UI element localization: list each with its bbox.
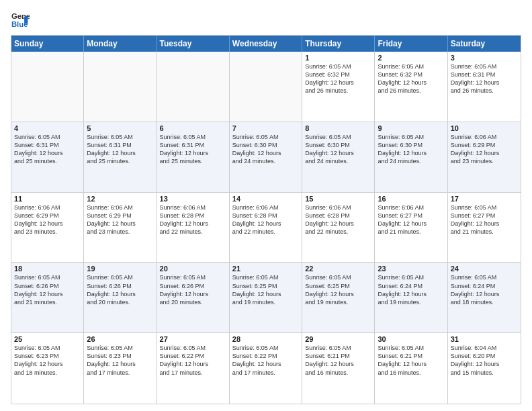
cell-line-0: Sunrise: 6:05 AM — [160, 133, 226, 141]
cell-line-3: and 26 minutes. — [451, 87, 518, 95]
cell-line-0: Sunrise: 6:06 AM — [451, 133, 518, 141]
cell-line-1: Sunset: 6:30 PM — [378, 141, 444, 149]
calendar-week-0: 1Sunrise: 6:05 AMSunset: 6:32 PMDaylight… — [11, 52, 521, 122]
day-cell-30: 30Sunrise: 6:05 AMSunset: 6:21 PMDayligh… — [375, 333, 447, 404]
day-number: 9 — [378, 124, 444, 132]
cell-line-0: Sunrise: 6:05 AM — [87, 133, 153, 141]
day-number: 11 — [14, 195, 81, 203]
weekday-header-thursday: Thursday — [302, 36, 375, 52]
cell-line-3: and 25 minutes. — [87, 157, 153, 165]
cell-line-2: Daylight: 12 hours — [160, 220, 226, 228]
day-cell-18: 18Sunrise: 6:05 AMSunset: 6:26 PMDayligh… — [11, 263, 84, 332]
cell-line-3: and 22 minutes. — [305, 228, 371, 236]
cell-line-2: Daylight: 12 hours — [451, 79, 518, 87]
cell-line-0: Sunrise: 6:05 AM — [87, 344, 153, 352]
cell-line-3: and 23 minutes. — [14, 228, 81, 236]
empty-cell — [230, 52, 302, 122]
cell-line-3: and 18 minutes. — [451, 298, 518, 306]
cell-line-2: Daylight: 12 hours — [14, 220, 81, 228]
cell-line-2: Daylight: 12 hours — [14, 149, 81, 157]
day-cell-6: 6Sunrise: 6:05 AMSunset: 6:31 PMDaylight… — [157, 122, 230, 192]
cell-line-3: and 24 minutes. — [378, 157, 444, 165]
day-number: 26 — [87, 335, 153, 343]
day-cell-2: 2Sunrise: 6:05 AMSunset: 6:32 PMDaylight… — [375, 52, 447, 122]
cell-line-2: Daylight: 12 hours — [378, 220, 444, 228]
cell-line-1: Sunset: 6:30 PM — [232, 141, 299, 149]
cell-line-2: Daylight: 12 hours — [305, 149, 371, 157]
day-number: 29 — [305, 335, 371, 343]
cell-line-3: and 23 minutes. — [451, 157, 518, 165]
cell-line-3: and 15 minutes. — [451, 369, 518, 377]
cell-line-3: and 17 minutes. — [87, 369, 153, 377]
cell-line-1: Sunset: 6:24 PM — [451, 282, 518, 290]
cell-line-1: Sunset: 6:25 PM — [305, 282, 371, 290]
cell-line-3: and 19 minutes. — [232, 298, 299, 306]
cell-line-2: Daylight: 12 hours — [305, 220, 371, 228]
calendar-week-4: 25Sunrise: 6:05 AMSunset: 6:23 PMDayligh… — [11, 333, 521, 404]
day-number: 31 — [451, 335, 518, 343]
day-cell-23: 23Sunrise: 6:05 AMSunset: 6:24 PMDayligh… — [375, 263, 447, 332]
cell-line-3: and 18 minutes. — [14, 369, 81, 377]
cell-line-1: Sunset: 6:30 PM — [305, 141, 371, 149]
day-cell-21: 21Sunrise: 6:05 AMSunset: 6:25 PMDayligh… — [230, 263, 302, 332]
cell-line-1: Sunset: 6:20 PM — [451, 352, 518, 360]
cell-line-0: Sunrise: 6:05 AM — [232, 273, 299, 281]
cell-line-0: Sunrise: 6:05 AM — [378, 344, 444, 352]
cell-line-1: Sunset: 6:29 PM — [87, 212, 153, 220]
cell-line-3: and 21 minutes. — [451, 228, 518, 236]
calendar-week-1: 4Sunrise: 6:05 AMSunset: 6:31 PMDaylight… — [11, 122, 521, 193]
calendar-page: General Blue SundayMondayTuesdayWednesda… — [0, 0, 532, 411]
cell-line-0: Sunrise: 6:05 AM — [451, 203, 518, 212]
day-number: 25 — [14, 335, 81, 343]
cell-line-0: Sunrise: 6:05 AM — [232, 344, 299, 352]
day-number: 3 — [451, 54, 518, 62]
empty-cell — [11, 52, 84, 122]
logo-icon: General Blue — [11, 11, 30, 30]
day-cell-25: 25Sunrise: 6:05 AMSunset: 6:23 PMDayligh… — [11, 333, 84, 404]
cell-line-1: Sunset: 6:29 PM — [14, 212, 81, 220]
day-cell-16: 16Sunrise: 6:06 AMSunset: 6:27 PMDayligh… — [375, 193, 447, 263]
day-number: 14 — [232, 195, 299, 203]
cell-line-3: and 25 minutes. — [14, 157, 81, 165]
calendar-body: 1Sunrise: 6:05 AMSunset: 6:32 PMDaylight… — [11, 52, 521, 404]
cell-line-1: Sunset: 6:22 PM — [160, 352, 226, 360]
cell-line-1: Sunset: 6:28 PM — [305, 212, 371, 220]
cell-line-0: Sunrise: 6:06 AM — [305, 203, 371, 212]
day-cell-7: 7Sunrise: 6:05 AMSunset: 6:30 PMDaylight… — [230, 122, 302, 192]
day-number: 16 — [378, 195, 444, 203]
cell-line-2: Daylight: 12 hours — [87, 149, 153, 157]
day-number: 27 — [160, 335, 226, 343]
cell-line-0: Sunrise: 6:04 AM — [451, 344, 518, 352]
cell-line-2: Daylight: 12 hours — [305, 360, 371, 368]
cell-line-3: and 24 minutes. — [305, 157, 371, 165]
cell-line-3: and 24 minutes. — [232, 157, 299, 165]
day-cell-29: 29Sunrise: 6:05 AMSunset: 6:21 PMDayligh… — [302, 333, 375, 404]
cell-line-0: Sunrise: 6:05 AM — [87, 273, 153, 281]
cell-line-2: Daylight: 12 hours — [305, 290, 371, 298]
cell-line-2: Daylight: 12 hours — [160, 290, 226, 298]
weekday-header-sunday: Sunday — [11, 36, 84, 52]
cell-line-2: Daylight: 12 hours — [451, 360, 518, 368]
weekday-header-saturday: Saturday — [448, 36, 521, 52]
day-number: 6 — [160, 124, 226, 132]
cell-line-0: Sunrise: 6:06 AM — [14, 203, 81, 212]
cell-line-3: and 26 minutes. — [305, 87, 371, 95]
day-number: 12 — [87, 195, 153, 203]
cell-line-3: and 16 minutes. — [378, 369, 444, 377]
cell-line-2: Daylight: 12 hours — [160, 360, 226, 368]
cell-line-0: Sunrise: 6:05 AM — [305, 133, 371, 141]
day-number: 8 — [305, 124, 371, 132]
cell-line-1: Sunset: 6:21 PM — [305, 352, 371, 360]
cell-line-2: Daylight: 12 hours — [305, 79, 371, 87]
cell-line-3: and 19 minutes. — [305, 298, 371, 306]
cell-line-3: and 23 minutes. — [87, 228, 153, 236]
cell-line-1: Sunset: 6:28 PM — [232, 212, 299, 220]
calendar-week-3: 18Sunrise: 6:05 AMSunset: 6:26 PMDayligh… — [11, 263, 521, 333]
cell-line-1: Sunset: 6:29 PM — [451, 141, 518, 149]
cell-line-1: Sunset: 6:27 PM — [378, 212, 444, 220]
day-number: 20 — [160, 265, 226, 273]
cell-line-2: Daylight: 12 hours — [451, 220, 518, 228]
cell-line-2: Daylight: 12 hours — [14, 360, 81, 368]
day-cell-11: 11Sunrise: 6:06 AMSunset: 6:29 PMDayligh… — [11, 193, 84, 263]
cell-line-2: Daylight: 12 hours — [451, 149, 518, 157]
